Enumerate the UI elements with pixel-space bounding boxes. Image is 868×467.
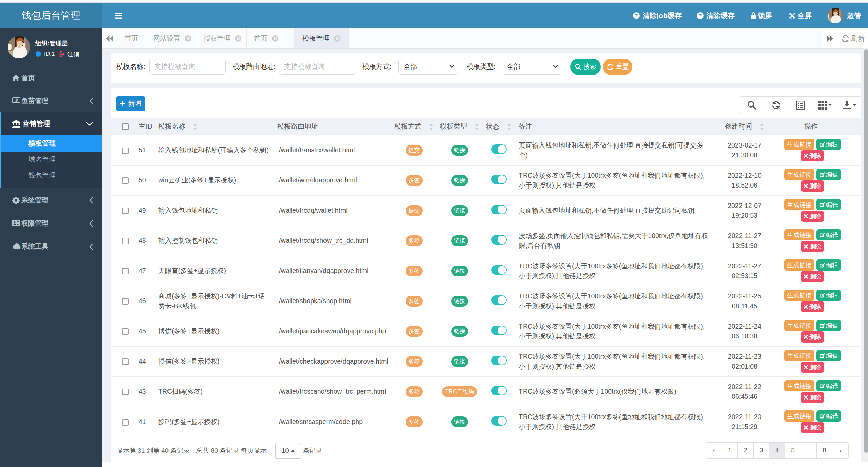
- svg-text:?: ?: [635, 13, 638, 18]
- svg-text:1: 1: [16, 99, 17, 102]
- svg-text:?: ?: [698, 13, 702, 18]
